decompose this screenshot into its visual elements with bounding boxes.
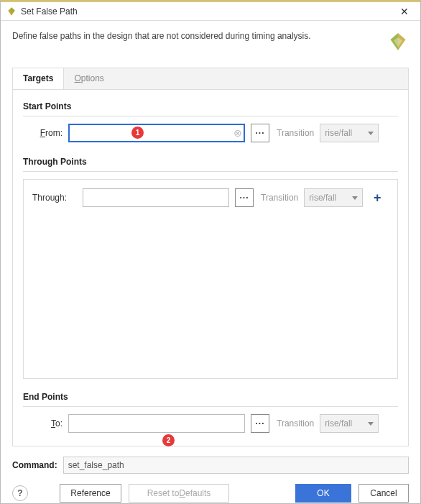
from-browse-button[interactable]: ··· <box>251 124 269 142</box>
section-through-points: Through Points <box>23 157 398 167</box>
tab-options[interactable]: Options <box>64 68 114 89</box>
section-start-points: Start Points <box>23 101 398 111</box>
through-transition-select[interactable]: rise/fall <box>304 188 363 207</box>
title-bar: Set False Path ✕ <box>1 1 420 21</box>
chevron-down-icon <box>368 422 374 426</box>
tab-panel-targets: Start Points From: ⊗ 1 ··· Transition ri… <box>12 89 409 446</box>
to-label: To: <box>23 418 63 429</box>
to-input[interactable] <box>68 414 245 433</box>
from-input-wrap: ⊗ 1 <box>68 124 245 142</box>
from-transition-label: Transition <box>277 128 314 138</box>
through-label: Through: <box>32 193 77 203</box>
reference-button[interactable]: Reference <box>60 484 121 503</box>
from-label: From: <box>23 128 63 138</box>
dialog-description: Define false paths in the design that ar… <box>12 31 387 41</box>
dialog-header: Define false paths in the design that ar… <box>1 21 420 62</box>
through-browse-button[interactable]: ··· <box>235 188 254 207</box>
callout-2: 2 <box>162 434 175 446</box>
to-browse-button[interactable]: ··· <box>251 414 269 433</box>
through-transition-label: Transition <box>261 193 298 203</box>
from-input[interactable] <box>68 124 245 142</box>
from-transition-select[interactable]: rise/fall <box>320 124 379 142</box>
help-button[interactable]: ? <box>12 485 28 501</box>
dialog-footer: ? Reference Reset to Defaults OK Cancel <box>1 474 420 503</box>
app-icon <box>6 6 17 17</box>
command-row: Command: <box>12 457 409 474</box>
reset-defaults-button[interactable]: Reset to Defaults <box>129 484 229 503</box>
command-output <box>63 457 409 474</box>
section-end-points: End Points <box>23 392 398 402</box>
tab-bar: Targets Options <box>12 68 409 89</box>
add-through-button[interactable]: + <box>370 191 384 205</box>
clear-icon[interactable]: ⊗ <box>233 128 242 138</box>
through-input[interactable] <box>83 188 229 207</box>
tab-targets[interactable]: Targets <box>13 68 64 89</box>
chevron-down-icon <box>352 196 358 200</box>
through-points-box: Through: ··· Transition rise/fall + <box>23 179 398 379</box>
command-label: Command: <box>12 460 57 470</box>
cancel-button[interactable]: Cancel <box>358 484 409 503</box>
callout-1: 1 <box>131 127 144 139</box>
to-transition-select[interactable]: rise/fall <box>320 414 379 433</box>
brand-logo-icon <box>387 31 409 55</box>
window-title: Set False Path <box>21 6 394 17</box>
ok-button[interactable]: OK <box>295 484 351 503</box>
chevron-down-icon <box>368 132 374 135</box>
to-transition-label: Transition <box>277 418 314 429</box>
close-icon[interactable]: ✕ <box>394 6 415 17</box>
